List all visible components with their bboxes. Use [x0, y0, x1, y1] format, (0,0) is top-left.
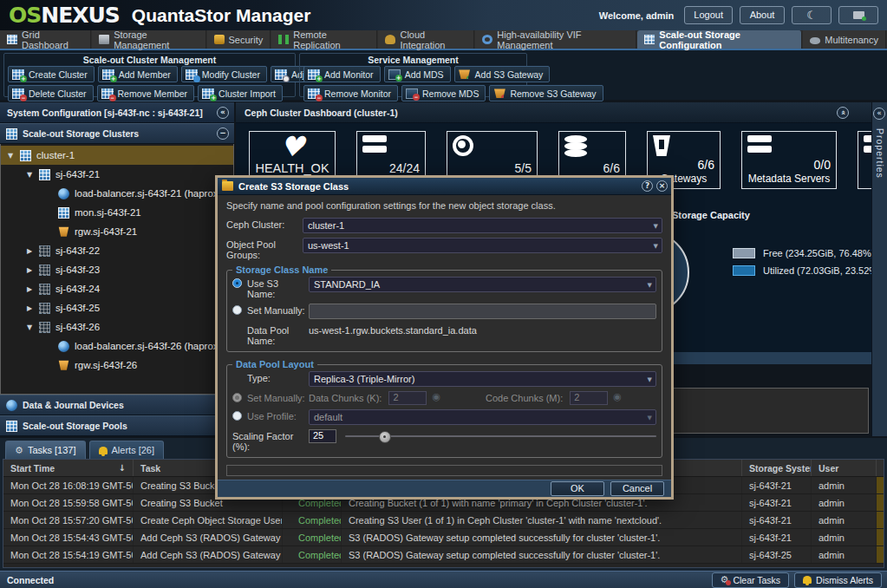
use-s3-name-radio[interactable] — [232, 278, 242, 288]
expand-toggle-icon[interactable] — [8, 152, 20, 160]
dismiss-alerts-bell-icon — [803, 576, 812, 584]
moon-icon: ☾ — [806, 8, 817, 23]
task-row[interactable]: Mon Oct 28 15:54:43 GMT-500... Add Ceph … — [3, 529, 884, 546]
tree-item[interactable]: sj-643f-26 — [1, 317, 233, 336]
cancel-button[interactable]: Cancel — [610, 481, 664, 496]
main-tab[interactable]: Scale-out Storage Configuration — [637, 30, 802, 49]
ok-button[interactable]: OK — [551, 481, 604, 496]
task-progress-cell — [877, 494, 884, 511]
cluster-grid-icon — [101, 88, 114, 99]
ribbon-button[interactable]: Modify Cluster — [181, 66, 267, 82]
ribbon-button[interactable]: Add S3 Gateway — [454, 66, 551, 82]
tab-tasks[interactable]: ⚙ Tasks [137] — [5, 441, 86, 459]
dashboard-header: Ceph Cluster Dashboard (cluster-1) « — [236, 102, 871, 123]
set-manually-label: Set Manually: — [247, 304, 309, 316]
about-button[interactable]: About — [740, 6, 785, 24]
expand-toggle-icon[interactable] — [27, 266, 39, 274]
expand-properties-icon[interactable]: « — [873, 108, 885, 120]
main-tab[interactable]: Grid Dashboard — [0, 30, 91, 49]
set-manually-radio[interactable] — [232, 305, 242, 315]
slider-handle[interactable] — [379, 431, 391, 443]
tree-item[interactable]: load-balancer.sj-643f-21 (haproxy) — [1, 184, 233, 203]
scaling-factor-slider[interactable] — [345, 429, 656, 443]
cloud-icon — [385, 35, 395, 44]
group-title: Service Management — [300, 55, 526, 65]
tree-item[interactable]: sj-643f-25 — [1, 298, 233, 317]
scaling-factor-input[interactable]: 25 — [309, 429, 336, 443]
dialog-title-bar[interactable]: Create S3 Storage Class ? × — [218, 178, 671, 195]
tree-item[interactable]: sj-643f-23 — [1, 260, 233, 279]
tree-item[interactable]: load-balancer.sj-643f-26 (haproxy) — [1, 336, 233, 356]
ribbon-toolbar: Scale-out Cluster Management Create Clus… — [0, 50, 887, 100]
ribbon-button[interactable]: Add Member — [98, 66, 178, 82]
ribbon-button[interactable]: Remove S3 Gateway — [489, 85, 603, 101]
main-tab[interactable]: Cloud Integration — [378, 30, 474, 49]
ribbon-button[interactable]: Delete Cluster — [8, 85, 94, 101]
data-pool-name-value: us-west-1.rgw.buckets.standard_ia.data — [309, 323, 477, 336]
main-tab[interactable]: High-availability VIF Management — [475, 30, 636, 49]
ribbon-button[interactable]: Remove Member — [97, 85, 195, 101]
logout-button[interactable]: Logout — [684, 6, 733, 24]
cluster-grid-icon — [12, 69, 24, 80]
expand-toggle-icon[interactable] — [27, 171, 39, 179]
section-scale-out-storage-clusters[interactable]: Scale-out Storage Clusters − — [0, 123, 234, 144]
ceph-cluster-select[interactable]: cluster-1 — [303, 218, 662, 233]
main-tab[interactable]: Security — [207, 30, 271, 49]
section-scale-out-storage-pools[interactable]: Scale-out Storage Pools + — [0, 415, 234, 436]
ribbon-button[interactable]: Add Monitor — [303, 66, 381, 82]
dismiss-alerts-button[interactable]: Dismiss Alerts — [794, 572, 882, 588]
expand-toggle-icon[interactable] — [27, 247, 39, 255]
task-progress-cell — [877, 546, 884, 563]
tree-item[interactable]: sj-643f-21 — [1, 165, 233, 184]
tab-alerts[interactable]: Alerts [26] — [89, 441, 165, 459]
scaleout-icon — [644, 35, 655, 44]
collapse-up-icon[interactable]: « — [837, 107, 849, 119]
column-start-time[interactable]: Start Time↓ — [3, 460, 134, 476]
tree-item[interactable]: sj-643f-24 — [1, 279, 233, 298]
main-tab[interactable]: Multitenancy — [803, 30, 886, 49]
ribbon-button[interactable]: Cluster Import — [198, 85, 283, 101]
expand-toggle-icon[interactable] — [27, 323, 39, 331]
ribbon-button[interactable]: Create Cluster — [8, 66, 95, 82]
main-tab[interactable]: Remote Replication — [271, 30, 377, 49]
column-storage-system[interactable]: Storage System — [742, 460, 812, 476]
tree-item[interactable]: mon.sj-643f-21 — [1, 203, 233, 222]
tree-item[interactable]: sj-643f-22 — [1, 241, 233, 260]
help-icon[interactable]: ? — [642, 180, 653, 192]
main-tab[interactable]: Storage Management — [92, 30, 205, 49]
task-storage-system: sj-643f-25 — [742, 546, 812, 563]
task-detail: Creating S3 User (1 of 1) in Ceph Cluste… — [342, 512, 742, 528]
collapse-section-icon[interactable]: − — [217, 127, 229, 140]
object-pool-groups-select[interactable]: us-west-1 — [303, 238, 662, 253]
task-row[interactable]: Mon Oct 28 15:57:20 GMT-500... Create Ce… — [3, 512, 884, 529]
tree-item[interactable]: rgw.sj-643f-21 — [1, 222, 233, 241]
expand-toggle-icon[interactable] — [27, 304, 39, 312]
properties-side-tab[interactable]: « Properties — [871, 102, 887, 436]
task-row[interactable]: Mon Oct 28 15:54:19 GMT-500... Add Ceph … — [3, 546, 884, 564]
column-user[interactable]: User — [812, 460, 877, 476]
clear-tasks-button[interactable]: ⚙ Clear Tasks — [712, 572, 790, 588]
print-button[interactable] — [838, 6, 878, 24]
task-storage-system: sj-643f-21 — [742, 512, 812, 528]
status-bar: Connected ⚙ Clear Tasks Dismiss Alerts — [0, 571, 887, 588]
ribbon-button[interactable]: Remove MDS — [401, 85, 486, 101]
use-profile-radio[interactable] — [232, 411, 242, 421]
section-data-journal-devices[interactable]: Data & Journal Devices — [0, 395, 234, 415]
cluster-management-group: Scale-out Cluster Management Create Clus… — [3, 53, 296, 97]
tree-item[interactable]: rgw.sj-643f-26 — [1, 356, 233, 375]
code-chunks-label: Code Chunks (M): — [486, 391, 563, 403]
ribbon-button[interactable]: Remove Monitor — [303, 85, 398, 101]
ribbon-button[interactable]: Add MDS — [384, 66, 451, 82]
tree-item[interactable]: cluster-1 — [1, 146, 233, 165]
column-progress[interactable] — [877, 460, 884, 476]
s3-name-select[interactable]: STANDARD_IA — [309, 277, 656, 292]
collapse-left-icon[interactable]: « — [217, 107, 229, 119]
layout-type-select[interactable]: Replica-3 (Triple-Mirror) — [309, 371, 656, 387]
manual-name-input[interactable] — [309, 304, 656, 319]
osd-icon — [564, 135, 587, 158]
theme-toggle-button[interactable]: ☾ — [792, 6, 832, 24]
close-icon[interactable]: × — [656, 180, 668, 192]
type-label: Type: — [247, 371, 309, 383]
legend-free: Free (234.25GiB, 76.48%) — [733, 248, 871, 258]
expand-toggle-icon[interactable] — [27, 285, 39, 293]
